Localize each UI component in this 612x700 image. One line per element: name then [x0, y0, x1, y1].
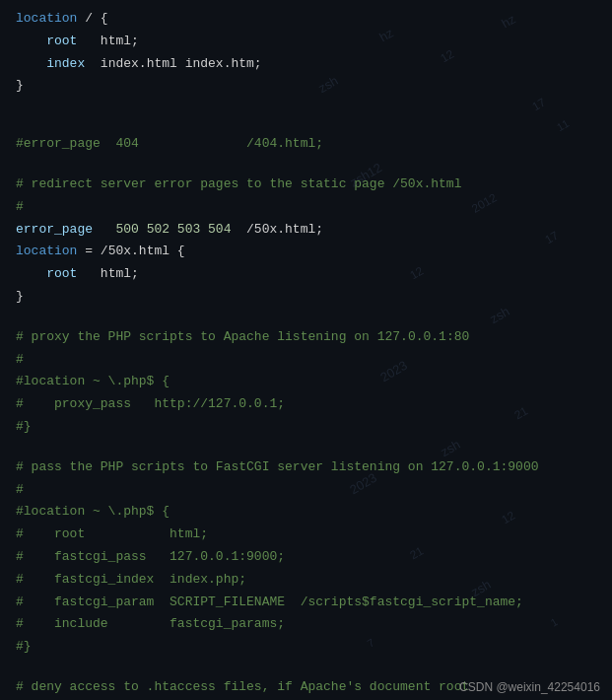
code-line-26: # fastcgi_pass 127.0.0.1:9000;: [0, 546, 612, 569]
code-line-25: # root html;: [0, 524, 612, 546]
code-line-7: #error_page 404 /404.html;: [0, 133, 612, 156]
empty-line-5: [0, 98, 612, 115]
code-line-4: }: [0, 75, 612, 98]
code-line-16: # proxy the PHP scripts to Apache listen…: [0, 326, 612, 349]
code-line-19: # proxy_pass http://127.0.0.1;: [0, 393, 612, 416]
code-line-28: # fastcgi_param SCRIPT_FILENAME /scripts…: [0, 592, 612, 614]
code-line-22: # pass the PHP scripts to FastCGI server…: [0, 456, 612, 479]
code-line-24: #location ~ \.php$ {: [0, 501, 612, 524]
code-line-13: root html;: [0, 263, 612, 286]
empty-line-21: [0, 439, 612, 456]
code-line-9: # redirect server error pages to the sta…: [0, 174, 612, 196]
code-line-2: root html;: [0, 31, 612, 53]
code-line-23: #: [0, 479, 612, 502]
code-line-12: location = /50x.html {: [0, 241, 612, 263]
code-line-14: }: [0, 286, 612, 309]
branding-text: CSDN @weixin_42254016: [459, 680, 600, 694]
code-line-20: #}: [0, 416, 612, 439]
empty-line-15: [0, 309, 612, 326]
code-line-27: # fastcgi_index index.php;: [0, 569, 612, 592]
code-line-17: #: [0, 349, 612, 372]
branding-bar: CSDN @weixin_42254016: [447, 674, 612, 700]
empty-line-8: [0, 156, 612, 174]
code-line-18: #location ~ \.php$ {: [0, 371, 612, 393]
code-line-30: #}: [0, 636, 612, 659]
code-line-29: # include fastcgi_params;: [0, 613, 612, 636]
code-line-1: location / {: [0, 8, 612, 31]
code-container: hz hz 12 zsh 17 11 zsh12 2012 17 12 zsh …: [0, 0, 612, 700]
code-line-10: #: [0, 196, 612, 219]
code-line-3: index index.html index.htm;: [0, 53, 612, 76]
empty-line-6: [0, 115, 612, 133]
code-line-11: error_page 500 502 503 504 /50x.html;: [0, 219, 612, 242]
